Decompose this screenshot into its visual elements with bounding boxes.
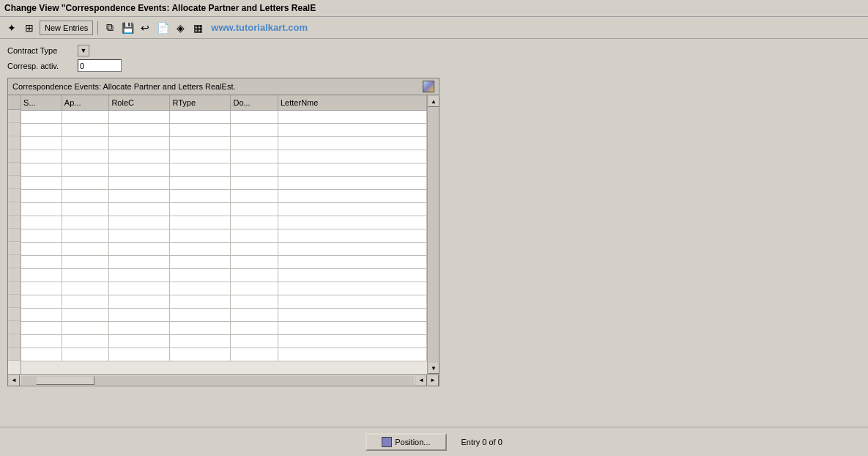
title-text: Change View "Correspondence Events: Allo… <box>4 3 316 13</box>
separator1 <box>97 21 98 34</box>
table-row <box>21 229 427 242</box>
table-row <box>21 189 427 202</box>
contract-type-row: Contract Type ▼ <box>7 45 861 56</box>
next-page-icon[interactable]: ▦ <box>190 21 205 35</box>
table-row <box>21 123 427 136</box>
table-body: S... Ap... RoleC RType Do... LetterNme <box>8 95 439 374</box>
position-icon <box>382 437 392 447</box>
corresp-activ-row: Corresp. activ. <box>7 59 861 72</box>
col-header-rolec[interactable]: RoleC <box>109 95 170 110</box>
row-num-7 <box>8 189 21 202</box>
scroll-up-button[interactable]: ▲ <box>428 95 439 107</box>
corresp-activ-input[interactable] <box>78 59 122 72</box>
row-num-8 <box>8 202 21 216</box>
scroll-down-button[interactable]: ▼ <box>428 362 439 374</box>
prev-page-icon[interactable]: ◈ <box>173 21 188 35</box>
position-label: Position... <box>395 438 430 446</box>
sap-icon1[interactable]: ✦ <box>4 21 19 35</box>
row-num-19 <box>8 347 21 361</box>
table-title-text: Correspondence Events: Allocate Partner … <box>12 82 236 91</box>
contract-type-label: Contract Type <box>7 46 73 55</box>
save-icon[interactable]: 💾 <box>120 21 135 35</box>
toolbar: ✦ ⊞ New Entries ⧉ 💾 ↩ 📄 ◈ ▦ www.tutorial… <box>0 17 868 39</box>
row-num-15 <box>8 295 21 308</box>
table-body-rows <box>21 110 427 361</box>
copy-icon[interactable]: ⧉ <box>103 21 117 35</box>
cell-ap[interactable] <box>62 110 109 123</box>
cell-s[interactable] <box>21 110 62 123</box>
cell-letternme[interactable] <box>278 110 427 123</box>
table-header-row: S... Ap... RoleC RType Do... LetterNme <box>21 95 427 110</box>
content-area: Contract Type ▼ Corresp. activ. Correspo… <box>0 39 868 392</box>
col-header-rtype[interactable]: RType <box>170 95 231 110</box>
table-row <box>21 110 427 123</box>
scroll-track-vertical[interactable] <box>428 107 439 362</box>
row-num-2 <box>8 123 21 136</box>
col-header-s[interactable]: S... <box>21 95 62 110</box>
cell-do[interactable] <box>231 110 278 123</box>
row-num-14 <box>8 282 21 295</box>
row-num-4 <box>8 150 21 163</box>
table-row <box>21 216 427 229</box>
table-row <box>21 255 427 268</box>
status-bar: Position... Entry 0 of 0 <box>0 427 868 456</box>
table-row <box>21 282 427 295</box>
row-num-18 <box>8 334 21 347</box>
watermark: www.tutorialkart.com <box>211 22 308 33</box>
table-row <box>21 202 427 216</box>
row-num-16 <box>8 308 21 321</box>
horizontal-scrollbar: ◄ ◄ ► <box>8 374 439 386</box>
row-num-11 <box>8 242 21 255</box>
contract-type-dropdown[interactable]: ▼ <box>78 45 89 56</box>
data-table: S... Ap... RoleC RType Do... LetterNme <box>21 95 427 361</box>
table-row <box>21 136 427 150</box>
title-bar: Change View "Correspondence Events: Allo… <box>0 0 868 17</box>
table-row <box>21 308 427 321</box>
table-row <box>21 295 427 308</box>
main-table-container: Correspondence Events: Allocate Partner … <box>7 78 439 386</box>
grid-scroll-area: S... Ap... RoleC RType Do... LetterNme <box>21 95 427 374</box>
undo-icon[interactable]: ↩ <box>138 21 152 35</box>
table-row <box>21 334 427 347</box>
row-num-10 <box>8 229 21 242</box>
col-header-letternme[interactable]: LetterNme <box>278 95 427 110</box>
table-row <box>21 176 427 189</box>
row-num-13 <box>8 268 21 282</box>
cell-rtype[interactable] <box>170 110 231 123</box>
table-row <box>21 242 427 255</box>
row-num-9 <box>8 216 21 229</box>
document-icon[interactable]: 📄 <box>155 21 170 35</box>
scroll-right-left-button[interactable]: ◄ <box>415 375 427 386</box>
table-row <box>21 150 427 163</box>
grid-icon[interactable]: ⊞ <box>22 21 37 35</box>
cell-rolec[interactable] <box>109 110 170 123</box>
row-numbers <box>8 95 21 374</box>
col-header-do[interactable]: Do... <box>231 95 278 110</box>
row-num-17 <box>8 321 21 334</box>
h-scroll-thumb[interactable] <box>36 376 94 385</box>
scroll-right-right-button[interactable]: ► <box>427 375 439 386</box>
corresp-activ-label: Corresp. activ. <box>7 62 73 70</box>
table-row <box>21 163 427 176</box>
position-button[interactable]: Position... <box>366 433 446 451</box>
entry-status: Entry 0 of 0 <box>461 438 502 446</box>
col-header-ap[interactable]: Ap... <box>62 95 109 110</box>
row-num-6 <box>8 176 21 189</box>
table-row <box>21 347 427 361</box>
row-num-12 <box>8 255 21 268</box>
h-scroll-track[interactable] <box>21 376 414 385</box>
row-num-1 <box>8 110 21 123</box>
scroll-left-button[interactable]: ◄ <box>8 375 20 386</box>
table-settings-icon[interactable] <box>423 81 434 92</box>
new-entries-button[interactable]: New Entries <box>40 21 93 35</box>
vertical-scrollbar: ▲ ▼ <box>427 95 439 374</box>
row-num-5 <box>8 163 21 176</box>
table-row <box>21 268 427 282</box>
table-title-bar: Correspondence Events: Allocate Partner … <box>8 78 439 95</box>
table-row <box>21 321 427 334</box>
row-num-header <box>8 95 21 110</box>
row-num-3 <box>8 136 21 150</box>
